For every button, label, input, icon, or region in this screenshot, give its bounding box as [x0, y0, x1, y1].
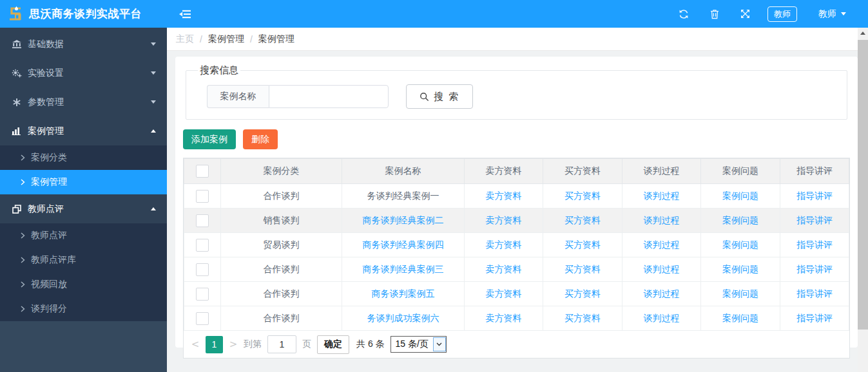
sidebar-item-label: 参数管理	[28, 97, 64, 108]
sidebar-item-experiment-settings[interactable]: 实验设置	[0, 59, 167, 88]
fullscreen-icon[interactable]	[740, 9, 750, 19]
scrollbar-thumb[interactable]	[858, 40, 868, 330]
column-header: 卖方资料	[465, 159, 543, 184]
sidebar-item-video-playback[interactable]: 视频回放	[0, 272, 167, 297]
app-window: 思沃商务谈判实战平台 基础数据 实验设置 参数管理	[0, 0, 868, 372]
case-name-link[interactable]: 商务谈判经典案例四	[363, 239, 444, 250]
role-badge[interactable]: 教师	[767, 6, 797, 22]
sidebar: 思沃商务谈判实战平台 基础数据 实验设置 参数管理	[0, 0, 167, 372]
scroll-up-button[interactable]	[858, 28, 868, 38]
case-question-link[interactable]: 案例问题	[722, 264, 758, 274]
row-checkbox[interactable]	[196, 288, 209, 301]
row-checkbox[interactable]	[196, 263, 209, 276]
sidebar-item-case-category[interactable]: 案例分类	[0, 145, 167, 170]
refresh-icon[interactable]	[679, 9, 689, 19]
negotiation-process-link[interactable]: 谈判过程	[644, 191, 680, 201]
buyer-material-link[interactable]: 买方资料	[564, 288, 601, 299]
case-question-link[interactable]: 案例问题	[722, 313, 758, 323]
goto-page-input[interactable]	[267, 335, 296, 353]
case-name-link[interactable]: 商务谈判经典案例三	[363, 264, 444, 274]
sidebar-item-label: 基础数据	[28, 39, 64, 50]
case-name-link[interactable]: 务谈判成功案例六	[367, 313, 439, 323]
case-name-label: 案例名称	[207, 85, 269, 108]
table-row: 合作谈判 务谈判成功案例六 卖方资料 买方资料 谈判过程 案例问题 指导讲评	[184, 306, 849, 331]
buyer-material-link[interactable]: 买方资料	[564, 191, 601, 201]
sidebar-item-teacher-review-library[interactable]: 教师点评库	[0, 248, 167, 272]
search-button[interactable]: 搜 索	[406, 84, 473, 109]
negotiation-process-link[interactable]: 谈判过程	[644, 215, 680, 225]
buyer-material-link[interactable]: 买方资料	[564, 264, 601, 274]
buyer-material-link[interactable]: 买方资料	[564, 239, 601, 250]
sidebar-item-label: 教师点评	[31, 230, 67, 241]
prev-page-button[interactable]: <	[191, 339, 200, 350]
sidebar-item-teacher-review[interactable]: 教师点评	[0, 223, 167, 248]
row-checkbox[interactable]	[196, 190, 209, 203]
sidebar-item-case-management-group[interactable]: 案例管理	[0, 116, 167, 145]
case-name-link[interactable]: 商务谈判经典案例二	[363, 215, 444, 225]
case-category: 贸易谈判	[221, 233, 342, 257]
seller-material-link[interactable]: 卖方资料	[486, 264, 522, 274]
guidance-review-link[interactable]: 指导讲评	[796, 239, 833, 250]
buyer-material-link[interactable]: 买方资料	[564, 313, 601, 323]
row-checkbox[interactable]	[196, 312, 209, 325]
trash-icon[interactable]	[710, 9, 719, 19]
seller-material-link[interactable]: 卖方资料	[486, 288, 522, 299]
sidebar-item-case-management[interactable]: 案例管理	[0, 170, 167, 194]
confirm-page-button[interactable]: 确定	[317, 335, 349, 354]
case-question-link[interactable]: 案例问题	[722, 215, 758, 225]
select-all-checkbox[interactable]	[196, 165, 209, 178]
negotiation-process-link[interactable]: 谈判过程	[644, 313, 680, 323]
app-logo: 思沃商务谈判实战平台	[0, 0, 167, 28]
sidebar-item-label: 教师点评	[28, 203, 64, 215]
sidebar-item-negotiation-score[interactable]: 谈判得分	[0, 297, 167, 321]
user-menu[interactable]: 教师	[818, 8, 846, 20]
collapse-menu-icon[interactable]	[179, 10, 191, 19]
guidance-review-link[interactable]: 指导讲评	[796, 264, 833, 274]
row-checkbox[interactable]	[196, 239, 209, 252]
sidebar-menu: 基础数据 实验设置 参数管理 案例管理	[0, 28, 167, 321]
guidance-review-link[interactable]: 指导讲评	[796, 215, 833, 225]
negotiation-process-link[interactable]: 谈判过程	[644, 264, 680, 274]
column-header: 指导讲评	[780, 159, 849, 184]
add-case-button[interactable]: 添加案例	[183, 129, 236, 149]
page-size-select[interactable]: 15 条/页	[391, 336, 447, 353]
next-page-button[interactable]: >	[229, 339, 238, 350]
chevron-right-icon	[20, 257, 25, 263]
guidance-review-link[interactable]: 指导讲评	[796, 191, 833, 201]
sidebar-item-label: 实验设置	[28, 68, 64, 79]
seller-material-link[interactable]: 卖方资料	[486, 215, 522, 225]
case-question-link[interactable]: 案例问题	[722, 239, 758, 250]
negotiation-process-link[interactable]: 谈判过程	[644, 239, 680, 250]
guidance-review-link[interactable]: 指导讲评	[796, 288, 833, 299]
guidance-review-link[interactable]: 指导讲评	[796, 313, 833, 323]
case-table-container: 案例分类 案例名称 卖方资料 买方资料 谈判过程 案例问题 指导讲评 合作谈判 …	[183, 158, 850, 358]
search-panel-title: 搜索信息	[198, 64, 240, 77]
case-name-input[interactable]	[269, 85, 389, 108]
gears-icon	[11, 69, 22, 78]
breadcrumb-home[interactable]: 主页	[176, 33, 194, 45]
case-name-link[interactable]: 商务谈判案例五	[372, 288, 435, 299]
negotiation-process-link[interactable]: 谈判过程	[644, 288, 680, 299]
chevron-down-icon	[151, 42, 156, 46]
sidebar-item-basic-data[interactable]: 基础数据	[0, 30, 167, 59]
scrollbar[interactable]	[858, 28, 868, 372]
seller-material-link[interactable]: 卖方资料	[486, 313, 522, 323]
case-table: 案例分类 案例名称 卖方资料 买方资料 谈判过程 案例问题 指导讲评 合作谈判 …	[184, 158, 849, 331]
search-icon	[420, 92, 429, 102]
seller-material-link[interactable]: 卖方资料	[486, 191, 522, 201]
page-number-button[interactable]: 1	[206, 336, 223, 353]
sidebar-item-teacher-review-group[interactable]: 教师点评	[0, 194, 167, 223]
seller-material-link[interactable]: 卖方资料	[486, 239, 522, 250]
buyer-material-link[interactable]: 买方资料	[564, 215, 601, 225]
sidebar-item-parameter-management[interactable]: 参数管理	[0, 88, 167, 116]
row-checkbox[interactable]	[196, 214, 209, 227]
sidebar-item-label: 教师点评库	[31, 254, 76, 266]
bank-icon	[11, 39, 22, 49]
breadcrumb-separator: /	[200, 34, 202, 44]
logo-icon	[5, 5, 24, 23]
case-question-link[interactable]: 案例问题	[722, 288, 758, 299]
select-dropdown-icon	[433, 337, 446, 351]
case-question-link[interactable]: 案例问题	[722, 191, 758, 201]
delete-button[interactable]: 删除	[243, 129, 278, 149]
sidebar-item-label: 谈判得分	[31, 303, 67, 315]
